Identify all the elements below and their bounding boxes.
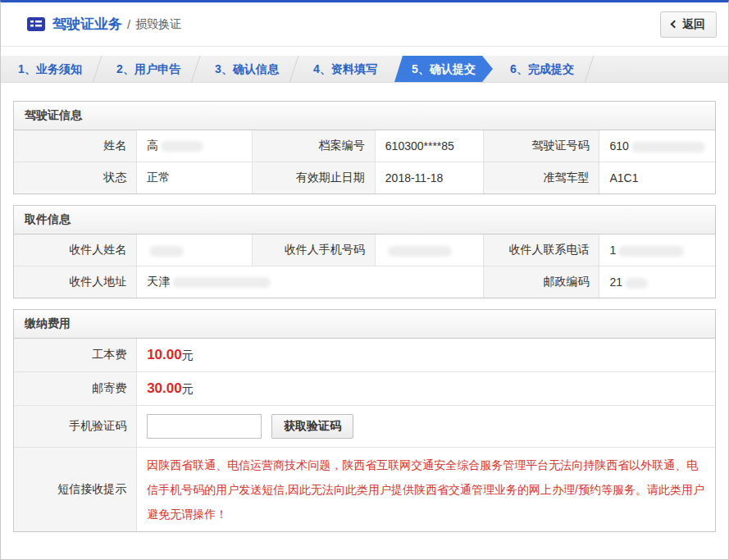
license-info-table: 姓名 高 档案编号 610300****85 驾驶证号码 610 状态 正常 有… (14, 130, 715, 193)
file-no-label: 档案编号 (253, 130, 376, 162)
recipient-mobile-label: 收件人手机号码 (253, 234, 376, 266)
name-value: 高 (137, 130, 253, 162)
sms-notice-cell: 因陕西省联通、电信运营商技术问题，陕西省互联网交通安全综合服务管理平台无法向持陕… (137, 448, 715, 532)
pickup-section-title: 取件信息 (14, 206, 715, 234)
table-row: 姓名 高 档案编号 610300****85 驾驶证号码 610 (14, 130, 715, 162)
sms-code-input[interactable] (147, 414, 262, 439)
get-sms-code-button[interactable]: 获取验证码 (271, 414, 353, 439)
recipient-name-value (137, 234, 253, 266)
table-row: 工本费 10.00元 (14, 339, 715, 372)
license-info-section: 驾驶证信息 姓名 高 档案编号 610300****85 驾驶证号码 610 状… (13, 101, 716, 194)
breadcrumb-current: 损毁换证 (135, 17, 181, 32)
postal-code-label: 邮政编码 (484, 266, 599, 298)
fees-section: 缴纳费用 工本费 10.00元 邮寄费 30.00元 手机验证码 获取验证码 短… (13, 309, 716, 532)
pickup-info-section: 取件信息 收件人姓名 收件人手机号码 收件人联系电话 1 收件人地址 天津 邮政… (13, 205, 716, 298)
license-no-value: 610 (599, 130, 715, 162)
sms-code-label: 手机验证码 (14, 406, 137, 448)
license-card-icon (27, 17, 45, 31)
pickup-info-table: 收件人姓名 收件人手机号码 收件人联系电话 1 收件人地址 天津 邮政编码 21 (14, 234, 715, 298)
chevron-left-icon (671, 20, 679, 29)
main-content: 驾驶证信息 姓名 高 档案编号 610300****85 驾驶证号码 610 状… (1, 83, 728, 560)
table-row: 邮寄费 30.00元 (14, 372, 715, 406)
postal-code-value: 21 (599, 266, 715, 298)
redacted-text (172, 277, 271, 288)
step-tab-6: 6、完成提交 (493, 56, 591, 82)
mailing-fee-unit: 元 (182, 382, 194, 395)
production-fee-label: 工本费 (14, 339, 137, 372)
recipient-phone-value: 1 (599, 234, 715, 266)
step-tab-1: 1、业务须知 (1, 56, 99, 82)
production-fee-amount: 10.00 (147, 347, 182, 362)
footer-actions: 上一步 完成 (13, 543, 716, 560)
table-row: 收件人地址 天津 邮政编码 21 (14, 266, 715, 298)
file-no-value: 610300****85 (375, 130, 484, 162)
vehicle-class-label: 准驾车型 (484, 162, 599, 194)
table-row: 短信接收提示 因陕西省联通、电信运营商技术问题，陕西省互联网交通安全综合服务管理… (14, 448, 715, 532)
expiry-label: 有效期止日期 (253, 162, 376, 194)
back-button-label: 返回 (682, 17, 705, 32)
wizard-steps: 1、业务须知 2、用户申告 3、确认信息 4、资料填写 5、确认提交 6、完成提… (1, 56, 728, 83)
step-tab-5-active: 5、确认提交 (394, 56, 493, 82)
table-row: 收件人姓名 收件人手机号码 收件人联系电话 1 (14, 234, 715, 266)
recipient-mobile-value (375, 234, 484, 266)
step-tab-4: 4、资料填写 (296, 56, 394, 82)
expiry-value: 2018-11-18 (375, 162, 484, 194)
status-label: 状态 (14, 162, 137, 194)
production-fee-value: 10.00元 (137, 339, 715, 372)
vehicle-class-value: A1C1 (599, 162, 715, 194)
step-tab-2: 2、用户申告 (99, 56, 198, 82)
redacted-text (618, 246, 684, 257)
recipient-address-value: 天津 (137, 266, 484, 298)
redacted-text (625, 278, 648, 289)
sms-notice-text: 因陕西省联通、电信运营商技术问题，陕西省互联网交通安全综合服务管理平台无法向持陕… (147, 453, 705, 526)
redacted-text (631, 142, 705, 153)
table-row: 手机验证码 获取验证码 (14, 406, 715, 448)
recipient-address-label: 收件人地址 (14, 266, 137, 298)
name-label: 姓名 (14, 130, 137, 162)
production-fee-unit: 元 (182, 348, 194, 362)
status-value: 正常 (137, 162, 253, 194)
step-tab-3: 3、确认信息 (198, 56, 296, 82)
mailing-fee-amount: 30.00 (147, 380, 182, 396)
mailing-fee-label: 邮寄费 (14, 372, 137, 406)
redacted-text (388, 246, 452, 257)
breadcrumb-separator: / (127, 17, 130, 31)
page-title: 驾驶证业务 (52, 15, 122, 34)
recipient-name-label: 收件人姓名 (14, 234, 137, 266)
redacted-text (149, 246, 184, 257)
recipient-phone-label: 收件人联系电话 (484, 234, 599, 266)
back-button[interactable]: 返回 (660, 11, 717, 38)
sms-code-cell: 获取验证码 (137, 406, 715, 448)
license-no-label: 驾驶证号码 (484, 130, 599, 162)
fees-section-title: 缴纳费用 (14, 310, 715, 339)
redacted-text (161, 141, 203, 152)
fees-table: 工本费 10.00元 邮寄费 30.00元 手机验证码 获取验证码 短信接收提示… (14, 339, 715, 531)
sms-notice-label: 短信接收提示 (14, 448, 137, 532)
license-section-title: 驾驶证信息 (14, 102, 715, 130)
mailing-fee-value: 30.00元 (137, 372, 715, 406)
table-row: 状态 正常 有效期止日期 2018-11-18 准驾车型 A1C1 (14, 162, 715, 194)
page-header: 驾驶证业务 / 损毁换证 返回 (1, 2, 728, 47)
